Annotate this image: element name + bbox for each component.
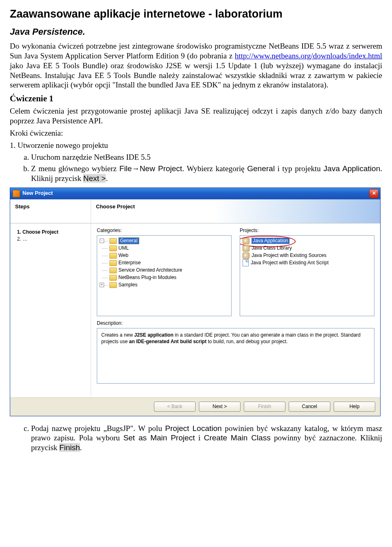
wizard-step: Choose Project [22, 229, 87, 235]
close-icon[interactable]: ✕ [369, 189, 379, 198]
cancel-button[interactable]: Cancel [289, 402, 330, 412]
folder-icon [109, 282, 117, 288]
lists-row: Categories: -GeneralUMLWebEnterpriseServ… [97, 228, 374, 316]
page-subtitle: Java Persistence. [10, 26, 382, 38]
steps-list: Choose Project… [14, 229, 87, 242]
ant-script-icon [243, 259, 249, 266]
category-item[interactable]: Enterprise [98, 259, 230, 267]
category-item[interactable]: -General [98, 237, 230, 245]
project-label: Java Project with Existing Ant Script [251, 260, 329, 266]
step1b-mid2: i typ projektu [275, 164, 323, 173]
description-area: Description: Creates a new J2SE applicat… [97, 320, 374, 384]
projtype-javaapp: Java Application [323, 164, 380, 173]
step1c-pre: Podaj nazwę projektu „BugsJP". W polu [31, 424, 165, 433]
checkbox-set-main: Set as Main Project [123, 433, 195, 442]
java-icon [243, 238, 249, 244]
category-label: Service Oriented Architecture [118, 267, 182, 273]
project-label: Java Class Library [252, 245, 292, 251]
project-label: Java Application [252, 238, 290, 244]
window-title: New Project [22, 190, 369, 196]
exercise-heading: Ćwiczenie 1 [10, 93, 382, 104]
categories-column: Categories: -GeneralUMLWebEnterpriseServ… [97, 228, 232, 316]
java-icon [243, 252, 249, 259]
projects-column: Projects: Java ApplicationJava Class Lib… [240, 228, 374, 316]
description-box: Creates a new J2SE application in a stan… [97, 328, 374, 384]
category-label: Samples [118, 282, 138, 288]
folder-icon [109, 260, 117, 266]
next-button[interactable]: Next > [199, 402, 241, 412]
category-label: UML [118, 245, 129, 251]
steps-label: Steps [15, 203, 86, 210]
step-1a: Uruchom narzędzie NetBeans IDE 5.5 [31, 152, 382, 162]
folder-icon [109, 268, 117, 273]
project-item[interactable]: Java Class Library [241, 245, 373, 252]
project-item[interactable]: Java Project with Existing Ant Script [241, 259, 373, 267]
help-button[interactable]: Help [334, 402, 375, 412]
expand-icon[interactable]: + [100, 283, 104, 287]
category-item[interactable]: +Samples [98, 281, 230, 289]
projects-label: Projects: [240, 228, 374, 234]
choose-pane: Categories: -GeneralUMLWebEnterpriseServ… [91, 223, 380, 397]
finish-button[interactable]: Finish [244, 402, 285, 412]
category-label: Enterprise [118, 260, 141, 266]
steps-pane: Choose Project… [10, 223, 91, 397]
category-label: General [118, 237, 139, 244]
project-label: Java Project with Existing Sources [252, 252, 326, 259]
folder-icon [109, 275, 117, 281]
next-button-mention: Next > [83, 174, 106, 183]
category-item[interactable]: Service Oriented Architecture [98, 267, 230, 274]
step-1-substeps: Uruchom narzędzie NetBeans IDE 5.5 Z men… [10, 152, 382, 183]
finish-button-mention: Finish [59, 443, 80, 452]
step-1-substeps-continued: Podaj nazwę projektu „BugsJP". W polu Pr… [10, 424, 382, 453]
folder-icon [109, 238, 117, 244]
steps-header: Steps [10, 199, 91, 223]
step1b-period: . [106, 174, 108, 183]
button-bar: < Back Next > Finish Cancel Help [10, 397, 380, 416]
app-icon [13, 190, 20, 197]
wizard-step: … [22, 236, 87, 242]
checkbox-create-main: Create Main Class [204, 433, 270, 442]
intro-paragraph: Do wykonania ćwiczeń potrzebne jest zint… [10, 41, 382, 90]
field-project-location: Project Location [165, 424, 222, 433]
titlebar[interactable]: New Project ✕ [10, 188, 380, 199]
step-1b: Z menu głównego wybierz File→New Project… [31, 164, 382, 183]
intro-text-2: jako Java EE 5 Tools Bundle) oraz środow… [10, 61, 382, 89]
exercise-description: Celem ćwiczenia jest przygotowanie prost… [10, 106, 382, 126]
step-1: 1. Utworzenie nowego projektu [10, 141, 382, 150]
step-1c: Podaj nazwę projektu „BugsJP". W polu Pr… [31, 424, 382, 453]
description-label: Description: [97, 320, 374, 326]
category-item[interactable]: NetBeans Plug-in Modules [98, 274, 230, 281]
project-item[interactable]: Java Project with Existing Sources [241, 252, 373, 259]
back-button[interactable]: < Back [154, 402, 196, 412]
choose-label: Choose Project [96, 203, 375, 210]
step1b-pre: Z menu głównego wybierz [31, 164, 119, 173]
category-label: Web [118, 252, 128, 259]
java-icon [243, 245, 249, 252]
choose-header: Choose Project [91, 199, 380, 223]
step1c-and: i [195, 433, 204, 442]
step1c-period: . [80, 443, 82, 452]
categories-label: Categories: [97, 228, 232, 234]
category-general: General [247, 164, 275, 173]
folder-icon [109, 253, 117, 259]
menu-path: File→New Project [119, 164, 182, 173]
banner: Steps Choose Project [10, 199, 380, 223]
categories-listbox[interactable]: -GeneralUMLWebEnterpriseService Oriented… [97, 235, 232, 316]
category-item[interactable]: Web [98, 252, 230, 259]
page-title: Zaawansowane aplikacje internetowe - lab… [10, 7, 382, 21]
new-project-dialog: New Project ✕ Steps Choose Project Choos… [10, 188, 381, 416]
collapse-icon[interactable]: - [100, 239, 104, 243]
step1b-mid: . Wybierz kategorię [182, 164, 247, 173]
category-label: NetBeans Plug-in Modules [118, 275, 176, 281]
folder-icon [109, 246, 117, 251]
downloads-link[interactable]: http://www.netbeans.org/downloads/index.… [235, 51, 382, 60]
steps-label: Kroki ćwiczenia: [10, 128, 382, 138]
project-item[interactable]: Java Application [241, 237, 373, 245]
projects-listbox[interactable]: Java ApplicationJava Class LibraryJava P… [240, 235, 374, 316]
category-item[interactable]: UML [98, 245, 230, 252]
dialog-main: Choose Project… Categories: -GeneralUMLW… [10, 223, 380, 397]
